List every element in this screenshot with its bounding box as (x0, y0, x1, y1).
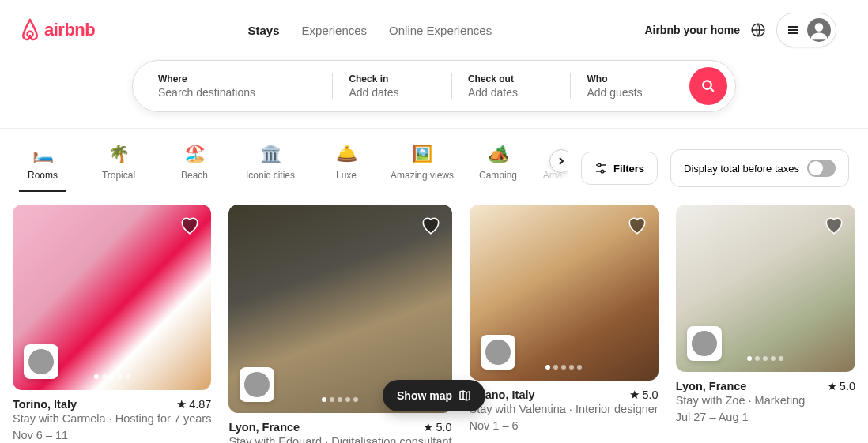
listing-host: Stay with Zoé · Marketing (676, 393, 855, 409)
show-map-label: Show map (397, 389, 452, 402)
divider (332, 73, 333, 99)
category-row: 🛏️Rooms🌴Tropical🏖️Beach🏛️Iconic cities🛎️… (19, 145, 568, 192)
search-bar: Where Search destinations Check in Add d… (132, 60, 736, 112)
carousel-dots (545, 365, 582, 370)
category-iconic-cities[interactable]: 🏛️Iconic cities (247, 145, 294, 192)
listing-rating: ★ 5.0 (629, 389, 658, 401)
divider (451, 73, 452, 99)
search-icon (701, 79, 715, 93)
listing-host: Stay with Valentina · Interior designer (470, 402, 659, 418)
svg-point-2 (815, 23, 824, 32)
search-checkout[interactable]: Check out Add dates (468, 73, 571, 99)
search-checkin-placeholder: Add dates (349, 86, 439, 99)
hamburger-icon (787, 24, 799, 36)
category-label: Beach (181, 170, 208, 181)
user-menu[interactable] (776, 13, 836, 47)
category-beach[interactable]: 🏖️Beach (171, 145, 218, 192)
tab-online-experiences[interactable]: Online Experiences (389, 24, 492, 37)
category-icon: 🛏️ (32, 145, 54, 163)
heart-icon[interactable] (179, 216, 200, 236)
divider (570, 73, 571, 99)
listing-card[interactable]: Torino, Italy★ 4.87Stay with Carmela · H… (13, 205, 211, 443)
listing-rating: ★ 4.87 (176, 398, 211, 411)
listing-host: Stay with Edouard · Digitalisation consu… (228, 434, 451, 443)
carousel-dots (322, 397, 358, 402)
heart-icon[interactable] (421, 216, 441, 236)
filters-button[interactable]: Filters (581, 152, 658, 185)
host-badge (240, 367, 274, 402)
svg-point-5 (601, 170, 604, 173)
listing-location: Lyon, France (676, 380, 747, 392)
listing-image[interactable] (470, 205, 659, 381)
category-rooms[interactable]: 🛏️Rooms (19, 145, 66, 192)
listing-dates: Nov 6 – 11 (13, 428, 211, 443)
search-who-placeholder: Add guests (587, 86, 677, 99)
category-label: Luxe (336, 170, 357, 181)
category-icon: 🏕️ (488, 145, 509, 163)
map-icon (459, 389, 471, 402)
svg-point-4 (598, 163, 601, 167)
host-avatar (485, 339, 511, 366)
search-who-label: Who (587, 73, 677, 84)
logo-text: airbnb (44, 20, 95, 40)
listing-dates: Jul 27 – Aug 1 (676, 410, 855, 426)
search-where-label: Where (158, 73, 319, 84)
category-amazing-views[interactable]: 🖼️Amazing views (398, 145, 446, 192)
host-badge (24, 344, 58, 379)
avatar (807, 18, 831, 42)
filters-label: Filters (613, 163, 644, 175)
heart-icon[interactable] (627, 216, 647, 236)
listing-image[interactable] (676, 205, 855, 372)
carousel-dots (747, 356, 783, 361)
tax-toggle[interactable]: Display total before taxes (670, 149, 849, 187)
listing-card[interactable]: Milano, Italy★ 5.0Stay with Valentina · … (470, 205, 659, 443)
listing-rating: ★ 5.0 (423, 421, 451, 434)
host-avatar (28, 348, 55, 375)
search-checkout-placeholder: Add dates (468, 86, 558, 99)
search-button[interactable] (689, 67, 727, 105)
host-badge (687, 326, 722, 361)
category-label: Tropical (102, 170, 135, 181)
svg-point-0 (28, 32, 33, 37)
carousel-dots (94, 374, 130, 379)
listing-host: Stay with Carmela · Hosting for 7 years (13, 411, 211, 427)
category-icon: 🏛️ (260, 145, 281, 163)
category-luxe[interactable]: 🛎️Luxe (323, 145, 370, 192)
category-label: Iconic cities (246, 170, 295, 181)
search-checkout-label: Check out (468, 73, 558, 84)
svg-point-3 (703, 81, 711, 89)
category-icon: 🌴 (108, 145, 130, 163)
listing-rating: ★ 5.0 (827, 380, 855, 392)
toggle-switch[interactable] (807, 160, 836, 177)
tab-stays[interactable]: Stays (248, 24, 280, 37)
category-label: Amazing views (391, 170, 454, 181)
host-avatar (243, 371, 270, 398)
host-avatar (691, 330, 718, 357)
listing-card[interactable]: Lyon, France★ 5.0Stay with Zoé · Marketi… (676, 205, 855, 443)
search-who[interactable]: Who Add guests (587, 73, 689, 99)
category-icon: 🖼️ (412, 145, 433, 163)
listing-location: Torino, Italy (13, 398, 77, 411)
logo[interactable]: airbnb (19, 18, 95, 42)
heart-icon[interactable] (824, 216, 844, 236)
category-next-button[interactable] (549, 149, 568, 173)
globe-icon[interactable] (751, 23, 765, 37)
category-icon: 🏖️ (184, 145, 206, 163)
chevron-right-icon (557, 156, 566, 166)
listing-dates: Nov 1 – 6 (470, 419, 659, 434)
tab-experiences[interactable]: Experiences (302, 24, 368, 37)
listing-location: Lyon, France (228, 421, 300, 434)
category-icon: 🛎️ (336, 145, 357, 163)
search-checkin-label: Check in (349, 73, 439, 84)
search-checkin[interactable]: Check in Add dates (349, 73, 451, 99)
tax-toggle-label: Display total before taxes (684, 163, 799, 175)
category-label: Camping (479, 170, 517, 181)
search-where-placeholder: Search destinations (158, 86, 319, 99)
host-link[interactable]: Airbnb your home (644, 24, 740, 36)
show-map-button[interactable]: Show map (383, 380, 485, 411)
search-where[interactable]: Where Search destinations (158, 73, 332, 99)
filters-icon (594, 162, 607, 175)
category-tropical[interactable]: 🌴Tropical (95, 145, 142, 192)
listing-image[interactable] (13, 205, 211, 390)
category-camping[interactable]: 🏕️Camping (474, 145, 522, 192)
